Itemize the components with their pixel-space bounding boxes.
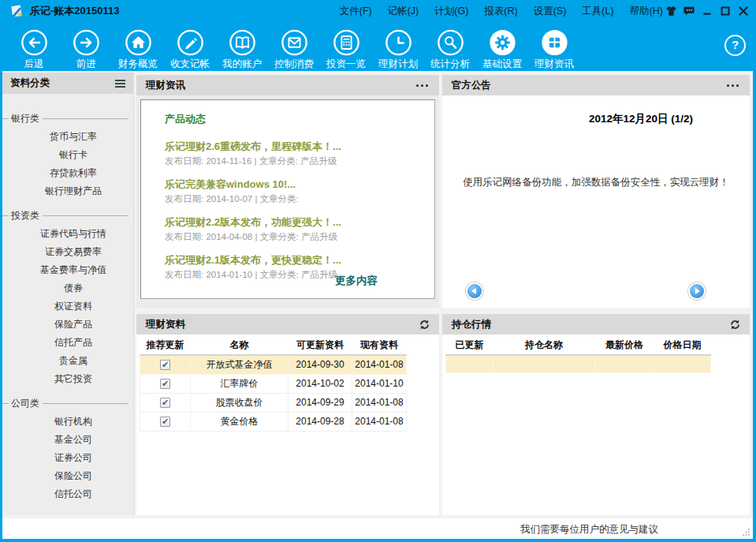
sidebar-group-investments: 投资类 <box>2 209 133 222</box>
announcement-message: 使用乐记网络备份功能，加强数据备份安全性，实现云理财！ <box>461 176 731 189</box>
news-link[interactable]: 乐记理财2.1版本发布，更快更稳定！... <box>165 253 422 267</box>
tool-forward[interactable]: 前进 <box>60 22 112 71</box>
sidebar-item-bank-products[interactable]: 银行理财产品 <box>2 182 133 200</box>
news-item: 乐记理财2.6重磅发布，里程碑版本！... 发布日期: 2014-11-16 |… <box>165 140 422 167</box>
hamburger-icon[interactable] <box>115 80 125 88</box>
titlebar-buttons <box>665 0 750 22</box>
tool-accounts[interactable]: 我的账户 <box>216 22 268 71</box>
tool-stats[interactable]: 统计分析 <box>424 22 476 71</box>
prev-arrow-icon[interactable] <box>467 284 482 298</box>
tool-label: 我的账户 <box>222 58 262 71</box>
minimize-icon[interactable] <box>701 5 713 17</box>
sidebar-item-trading-fees[interactable]: 证券交易费率 <box>2 243 133 261</box>
tool-label: 财务概览 <box>118 58 158 71</box>
menubar: 文件(F) 记帐(J) 计划(G) 报表(R) 设置(S) 工具(L) 帮助(H… <box>332 0 671 22</box>
sidebar-item-fund-fees[interactable]: 基金费率与净值 <box>2 261 133 279</box>
tool-label: 后退 <box>24 58 44 71</box>
shirt-icon[interactable] <box>665 5 677 17</box>
grip-icon[interactable] <box>742 528 750 536</box>
ellipsis-icon[interactable] <box>725 81 740 90</box>
menu-tools[interactable]: 工具(L) <box>574 5 621 18</box>
table-header-row: 已更新 持仓名称 最新价格 价格日期 <box>446 336 711 355</box>
checkbox[interactable]: ✔ <box>160 398 170 408</box>
table-row[interactable]: ✔ 股票收盘价 2014-09-29 2014-01-08 <box>140 393 407 412</box>
book-icon <box>228 28 257 57</box>
news-link[interactable]: 乐记完美兼容windows 10!... <box>165 178 422 191</box>
tool-label: 投资一览 <box>326 58 366 71</box>
help-icon[interactable]: ? <box>724 35 746 56</box>
sidebar-item-deposit-loan-rates[interactable]: 存贷款利率 <box>2 164 133 182</box>
ellipsis-icon[interactable] <box>415 81 430 90</box>
sidebar-item-bank-cards[interactable]: 银行卡 <box>2 146 133 164</box>
news-meta: 发布日期: 2014-10-07 | 文章分类: <box>165 193 422 205</box>
sidebar-item-warrants[interactable]: 权证资料 <box>2 297 133 316</box>
sidebar-title: 资料分类 <box>10 77 50 90</box>
next-arrow-icon[interactable] <box>690 284 704 298</box>
tool-back[interactable]: 后退 <box>8 22 60 71</box>
menu-plan[interactable]: 计划(G) <box>426 5 476 18</box>
table-row[interactable]: ✔ 开放式基金净值 2014-09-30 2014-01-08 <box>140 355 407 374</box>
menu-bookkeeping[interactable]: 记帐(J) <box>380 5 427 18</box>
maximize-icon[interactable] <box>719 5 732 17</box>
menu-report[interactable]: 报表(R) <box>476 5 525 18</box>
sidebar-item-trust-products[interactable]: 信托产品 <box>2 334 133 352</box>
sidebar-item-insurance-companies[interactable]: 保险公司 <box>2 467 133 485</box>
envelope-icon <box>280 28 309 57</box>
news-link[interactable]: 乐记理财2.6重磅发布，里程碑版本！... <box>165 140 422 153</box>
menu-help[interactable]: 帮助(H) <box>622 5 671 18</box>
tool-overview[interactable]: 财务概览 <box>112 22 164 71</box>
table-row[interactable]: ✔ 汇率牌价 2014-10-02 2014-01-10 <box>140 374 407 393</box>
chat-icon[interactable] <box>683 5 695 17</box>
sidebar-item-bonds[interactable]: 债券 <box>2 279 133 297</box>
sidebar-item-currency-rates[interactable]: 货币与汇率 <box>2 128 133 146</box>
tool-settings[interactable]: 基础设置 <box>476 22 528 71</box>
menu-file[interactable]: 文件(F) <box>332 5 380 18</box>
table-row-empty[interactable] <box>446 355 711 372</box>
tool-label: 理财计划 <box>378 58 418 71</box>
sidebar-item-securities-companies[interactable]: 证券公司 <box>2 449 133 467</box>
news-link[interactable]: 乐记理财2.2版本发布，功能更强大！... <box>165 215 422 229</box>
refresh-icon[interactable] <box>419 320 430 330</box>
refresh-icon[interactable] <box>730 320 740 330</box>
col-header: 推荐更新 <box>140 336 191 355</box>
news-panel-header: 理财资讯 <box>136 75 439 95</box>
news-section-title: 产品动态 <box>165 112 422 126</box>
table-row[interactable]: ✔ 黄金价格 2014-09-28 2014-01-08 <box>140 412 407 431</box>
sidebar-header: 资料分类 <box>2 73 133 94</box>
tool-plan[interactable]: 理财计划 <box>372 22 424 71</box>
sidebar-group-banks: 银行类 <box>2 112 133 125</box>
col-header: 可更新资料 <box>289 336 352 355</box>
sidebar-item-security-codes[interactable]: 证券代码与行情 <box>2 225 133 243</box>
col-header: 名称 <box>191 336 289 355</box>
grid-icon <box>540 28 569 57</box>
holdings-title: 持仓行情 <box>452 318 491 331</box>
sidebar-item-fund-companies[interactable]: 基金公司 <box>2 431 133 449</box>
news-item: 乐记理财2.1版本发布，更快更稳定！... 发布日期: 2014-01-10 |… <box>165 253 422 281</box>
tool-investments[interactable]: 投资一览 <box>320 22 372 71</box>
status-message: 我们需要每位用户的意见与建议 <box>520 523 658 536</box>
announcement-panel-title: 官方公告 <box>452 79 491 92</box>
news-panel-title: 理财资讯 <box>146 79 185 92</box>
sidebar-item-trust-companies[interactable]: 信托公司 <box>2 485 133 503</box>
toolbar: 后退 前进 财务概览 收支记帐 我的账户 控制消费 投资一览 理财计划 <box>0 22 756 71</box>
menu-settings[interactable]: 设置(S) <box>526 5 575 18</box>
financial-data-title: 理财资料 <box>146 318 185 331</box>
tool-spending[interactable]: 控制消费 <box>268 22 320 71</box>
close-icon[interactable] <box>737 5 750 17</box>
checkbox[interactable]: ✔ <box>160 417 170 427</box>
more-content-link[interactable]: 更多内容 <box>335 274 378 288</box>
gear-icon <box>488 28 517 57</box>
sidebar-item-other-investments[interactable]: 其它投资 <box>2 370 133 388</box>
sidebar-item-precious-metals[interactable]: 贵金属 <box>2 352 133 370</box>
sidebar-item-bank-institutions[interactable]: 银行机构 <box>2 413 133 431</box>
holdings-panel: 持仓行情 已更新 持仓名称 最新价格 价格日期 <box>442 314 750 515</box>
tool-news[interactable]: 理财资讯 <box>528 22 580 71</box>
news-content-box: 产品动态 乐记理财2.6重磅发布，里程碑版本！... 发布日期: 2014-11… <box>140 99 435 299</box>
checkbox[interactable]: ✔ <box>160 379 170 389</box>
col-header: 已更新 <box>446 336 493 355</box>
tool-label: 理财资讯 <box>534 58 574 71</box>
tool-bookkeeping[interactable]: 收支记帐 <box>164 22 216 71</box>
sidebar-item-insurance-products[interactable]: 保险产品 <box>2 316 133 334</box>
financial-data-header: 理财资料 <box>136 314 439 335</box>
checkbox[interactable]: ✔ <box>160 360 170 370</box>
